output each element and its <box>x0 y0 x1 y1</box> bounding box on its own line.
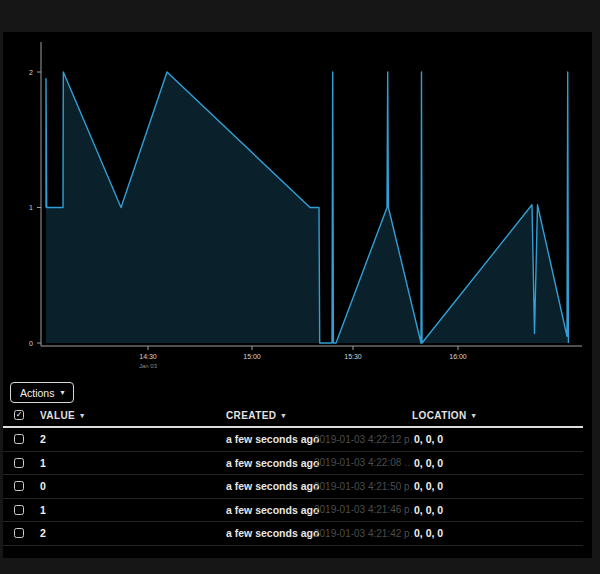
sort-caret-icon: ▾ <box>281 411 285 420</box>
dashboard-panel: 21014:30Jan 0315:0015:3016:00 Actions ▾ … <box>3 32 592 558</box>
row-checkbox[interactable] <box>14 481 24 491</box>
created-timestamp-cell: 2019-01-03 4:21:42 p… <box>314 528 412 539</box>
value-cell: 0 <box>40 480 226 492</box>
svg-text:14:30: 14:30 <box>139 353 157 360</box>
row-checkbox[interactable] <box>14 458 24 468</box>
svg-text:Jan 03: Jan 03 <box>139 363 158 369</box>
created-timestamp-cell: 2019-01-03 4:22:08 … <box>314 457 412 468</box>
select-all-checkbox[interactable]: ✓ <box>14 410 24 420</box>
created-timestamp-cell: 2019-01-03 4:22:12 p… <box>314 434 412 445</box>
location-cell: 0, 0, 0 <box>412 480 583 492</box>
value-cell: 1 <box>40 457 226 469</box>
actions-button-label: Actions <box>20 387 54 399</box>
svg-text:15:30: 15:30 <box>344 353 362 360</box>
created-relative-cell: a few seconds ago <box>226 504 314 516</box>
svg-text:1: 1 <box>29 204 33 211</box>
created-relative-cell: a few seconds ago <box>226 527 314 539</box>
timeseries-chart: 21014:30Jan 0315:0015:3016:00 <box>8 32 592 372</box>
row-checkbox[interactable] <box>14 505 24 515</box>
chevron-down-icon: ▾ <box>60 388 64 397</box>
column-header-value[interactable]: VALUE ▾ <box>40 410 226 421</box>
sort-caret-icon: ▾ <box>472 411 476 420</box>
created-timestamp-cell: 2019-01-03 4:21:50 p… <box>314 481 412 492</box>
location-cell: 0, 0, 0 <box>412 457 583 469</box>
table-body: 2 a few seconds ago 2019-01-03 4:22:12 p… <box>3 428 583 546</box>
row-checkbox[interactable] <box>14 528 24 538</box>
value-cell: 2 <box>40 527 226 539</box>
table-row[interactable]: 0 a few seconds ago 2019-01-03 4:21:50 p… <box>3 475 583 499</box>
table-row[interactable]: 1 a few seconds ago 2019-01-03 4:21:46 p… <box>3 499 583 523</box>
svg-text:0: 0 <box>29 340 33 347</box>
created-timestamp-cell: 2019-01-03 4:21:46 p… <box>314 504 412 515</box>
location-cell: 0, 0, 0 <box>412 504 583 516</box>
table-row[interactable]: 1 a few seconds ago 2019-01-03 4:22:08 …… <box>3 452 583 476</box>
row-checkbox[interactable] <box>14 434 24 444</box>
created-relative-cell: a few seconds ago <box>226 457 314 469</box>
svg-text:15:00: 15:00 <box>243 353 261 360</box>
location-cell: 0, 0, 0 <box>412 527 583 539</box>
column-header-location[interactable]: LOCATION ▾ <box>412 410 583 421</box>
area-fill <box>46 72 568 343</box>
value-cell: 1 <box>40 504 226 516</box>
svg-text:16:00: 16:00 <box>449 353 467 360</box>
created-relative-cell: a few seconds ago <box>226 480 314 492</box>
column-header-created[interactable]: CREATED ▾ <box>226 410 412 421</box>
table-header-row: ✓ VALUE ▾ CREATED ▾ LOCATION ▾ <box>3 404 583 428</box>
location-cell: 0, 0, 0 <box>412 433 583 445</box>
svg-text:2: 2 <box>29 69 33 76</box>
device-data-table: ✓ VALUE ▾ CREATED ▾ LOCATION ▾ 2 a few s… <box>3 404 583 546</box>
actions-button[interactable]: Actions ▾ <box>10 382 74 403</box>
value-cell: 2 <box>40 433 226 445</box>
table-row[interactable]: 2 a few seconds ago 2019-01-03 4:21:42 p… <box>3 522 583 546</box>
table-row[interactable]: 2 a few seconds ago 2019-01-03 4:22:12 p… <box>3 428 583 452</box>
created-relative-cell: a few seconds ago <box>226 433 314 445</box>
sort-caret-icon: ▾ <box>80 411 84 420</box>
